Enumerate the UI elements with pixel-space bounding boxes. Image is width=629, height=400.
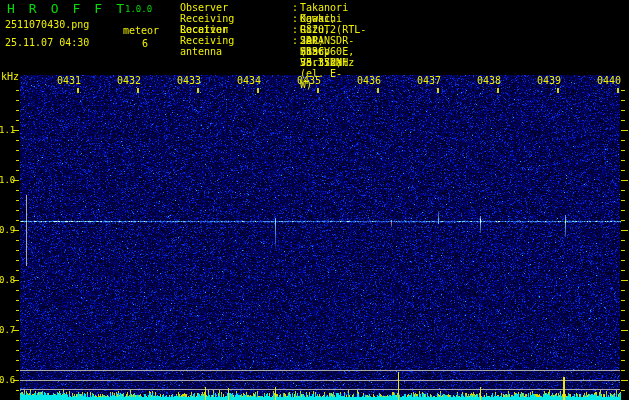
y-tick-label: 1.1 (0, 125, 14, 135)
x-tick-label: 0431 (57, 75, 81, 86)
receiving-antenna-label: Receiving antenna (180, 35, 234, 57)
frequency-unit-label: kHz (1, 72, 19, 82)
y-tick-label: 0.6 (0, 375, 14, 385)
x-tick-label: 0433 (177, 75, 201, 86)
capture-datetime: 25.11.07 04:30 (5, 38, 89, 48)
y-tick-label: 0.9 (0, 225, 14, 235)
observer-label: Observer (180, 2, 228, 13)
y-tick-label: 0.7 (0, 325, 14, 335)
receiver-label: Receiver (180, 24, 228, 35)
colon-separator: : (292, 35, 298, 46)
y-tick-label: 0.8 (0, 275, 14, 285)
y-tick-label: 1.0 (0, 175, 14, 185)
meteor-count: 6 (142, 39, 148, 49)
colon-separator: : (292, 13, 298, 24)
hrofft-window: HROFFT 1.0.0 2511070430.png meteor 25.11… (0, 0, 629, 400)
colon-separator: : (292, 2, 298, 13)
app-version: 1.0.0 (125, 5, 152, 14)
mode-label: meteor (123, 26, 159, 36)
x-tick-label: 0437 (417, 75, 441, 86)
x-tick-label: 0434 (237, 75, 261, 86)
x-tick-label: 0435 (297, 75, 321, 86)
x-tick-label: 0438 (477, 75, 501, 86)
x-tick-label: 0439 (537, 75, 561, 86)
x-tick-label: 0432 (117, 75, 141, 86)
x-tick-label: 0436 (357, 75, 381, 86)
colon-separator: : (292, 24, 298, 35)
capture-filename: 2511070430.png (5, 20, 89, 30)
app-title: HROFFT (7, 2, 138, 15)
x-tick-label: 0440 (597, 75, 621, 86)
